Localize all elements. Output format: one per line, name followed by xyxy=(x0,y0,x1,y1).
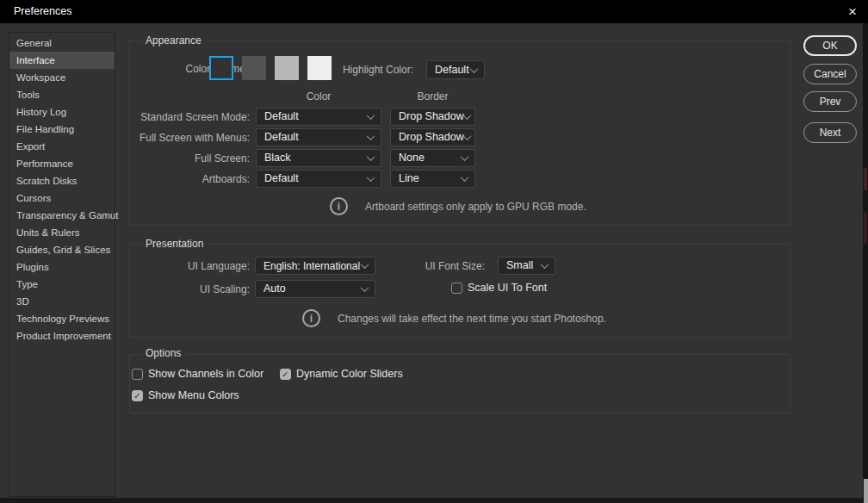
chevron-down-icon xyxy=(470,65,479,73)
ok-button[interactable]: OK xyxy=(803,35,857,56)
cancel-button[interactable]: Cancel xyxy=(803,64,857,84)
color-theme-swatch-dark[interactable] xyxy=(209,56,233,80)
standard-screen-mode-border-dropdown[interactable]: Drop Shadow xyxy=(390,108,475,126)
info-glyph: i xyxy=(338,201,340,213)
background-scrollbar[interactable] xyxy=(864,479,868,503)
dropdown-value: Default xyxy=(264,132,299,143)
close-icon[interactable]: × xyxy=(843,3,862,22)
background-app-strip xyxy=(863,0,868,503)
full-screen-with-menus-color-dropdown[interactable]: Default xyxy=(256,128,381,146)
dropdown-value: None xyxy=(399,152,425,164)
sidebar-item-workspace[interactable]: Workspace xyxy=(9,69,115,86)
full-screen-border-dropdown[interactable]: None xyxy=(390,149,475,167)
full-screen-with-menus-label: Full Screen with Menus: xyxy=(112,131,250,145)
ui-language-label: UI Language: xyxy=(112,259,250,273)
show-channels-in-color-checkbox[interactable]: ✓ xyxy=(132,369,143,380)
sidebar-item-units-rulers[interactable]: Units & Rulers xyxy=(9,224,115,241)
highlight-color-label: Highlight Color: xyxy=(293,63,413,77)
chevron-down-icon xyxy=(367,132,375,140)
highlight-color-value: Default xyxy=(435,65,469,76)
color-theme-swatch-medium-dark[interactable] xyxy=(242,56,266,80)
dropdown-value: Default xyxy=(264,173,299,184)
show-menu-colors-checkbox[interactable]: ✓ xyxy=(132,390,143,401)
chevron-down-icon xyxy=(367,111,375,120)
sidebar-item-export[interactable]: Export xyxy=(9,138,115,155)
sidebar-item-scratch-disks[interactable]: Scratch Disks xyxy=(9,172,115,189)
sidebar-item-transparency-gamut[interactable]: Transparency & Gamut xyxy=(9,207,115,224)
chevron-down-icon xyxy=(461,152,469,161)
full-screen-label: Full Screen: xyxy=(112,152,250,165)
next-button[interactable]: Next xyxy=(803,122,857,143)
dynamic-color-sliders-checkbox[interactable]: ✓ xyxy=(280,369,291,380)
highlight-color-dropdown[interactable]: Default xyxy=(426,60,485,79)
full-screen-color-dropdown[interactable]: Black xyxy=(256,149,381,167)
info-glyph: i xyxy=(310,313,313,325)
chevron-down-icon xyxy=(367,152,375,161)
chevron-down-icon xyxy=(541,260,549,269)
full-screen-with-menus-border-dropdown[interactable]: Drop Shadow xyxy=(390,128,475,146)
scale-ui-to-font-label: Scale UI To Font xyxy=(468,282,547,295)
info-icon: i xyxy=(330,197,348,215)
sidebar-item-file-handling[interactable]: File Handling xyxy=(9,121,115,138)
chevron-down-icon xyxy=(461,173,469,182)
dropdown-value: Default xyxy=(264,111,299,122)
prev-button[interactable]: Prev xyxy=(803,91,857,112)
artboards-color-dropdown[interactable]: Default xyxy=(256,170,381,188)
titlebar xyxy=(0,0,868,23)
dropdown-value: Drop Shadow xyxy=(399,132,464,143)
dropdown-value: Black xyxy=(264,152,291,164)
dropdown-value: Line xyxy=(399,173,419,184)
options-group-title: Options xyxy=(140,348,186,359)
sidebar-item-3d[interactable]: 3D xyxy=(9,293,115,310)
scale-ui-to-font-checkbox[interactable]: ✓ xyxy=(451,283,462,294)
dropdown-value: English: International xyxy=(264,261,360,271)
sidebar-item-tools[interactable]: Tools xyxy=(9,86,115,103)
standard-screen-mode-color-dropdown[interactable]: Default xyxy=(256,108,381,126)
ui-font-size-dropdown[interactable]: Small xyxy=(498,257,555,275)
check-icon: ✓ xyxy=(133,392,140,401)
column-header-color: Color xyxy=(256,90,381,102)
presentation-group-title: Presentation xyxy=(140,239,208,250)
options-group xyxy=(129,354,790,413)
background-image-fragment xyxy=(864,213,867,244)
appearance-group-title: Appearance xyxy=(140,35,207,47)
show-menu-colors-label: Show Menu Colors xyxy=(148,389,239,402)
sidebar-item-technology-previews[interactable]: Technology Previews xyxy=(9,310,115,327)
artboard-note: Artboard settings only apply to GPU RGB … xyxy=(365,201,586,214)
chevron-down-icon xyxy=(367,173,375,182)
restart-note: Changes will take effect the next time y… xyxy=(338,313,606,326)
ui-font-size-label: UI Font Size: xyxy=(364,259,485,273)
artboards-border-dropdown[interactable]: Line xyxy=(390,170,475,188)
check-icon: ✓ xyxy=(282,370,288,379)
show-channels-in-color-label: Show Channels in Color xyxy=(148,368,264,381)
sidebar-item-performance[interactable]: Performance xyxy=(9,155,115,172)
dialog-title: Preferences xyxy=(14,0,71,23)
sidebar-item-cursors[interactable]: Cursors xyxy=(9,189,115,207)
chevron-down-icon xyxy=(361,283,369,292)
dropdown-value: Auto xyxy=(264,283,286,295)
sidebar-item-history-log[interactable]: History Log xyxy=(9,103,115,121)
dialog-bottom-edge xyxy=(0,498,863,503)
sidebar-item-type[interactable]: Type xyxy=(9,276,115,293)
ui-language-dropdown[interactable]: English: International xyxy=(255,257,375,275)
column-header-border: Border xyxy=(390,90,475,102)
info-icon: i xyxy=(302,309,320,327)
sidebar-item-guides-grid-slices[interactable]: Guides, Grid & Slices xyxy=(9,241,115,258)
artboards-label: Artboards: xyxy=(112,172,250,186)
dropdown-value: Drop Shadow xyxy=(399,111,464,122)
sidebar-item-plugins[interactable]: Plugins xyxy=(9,258,115,276)
ui-scaling-label: UI Scaling: xyxy=(112,283,250,296)
dynamic-color-sliders-label: Dynamic Color Sliders xyxy=(296,368,403,381)
sidebar-item-product-improvement[interactable]: Product Improvement xyxy=(9,327,115,345)
standard-screen-mode-label: Standard Screen Mode: xyxy=(112,110,250,124)
sidebar-item-interface[interactable]: Interface xyxy=(9,52,115,69)
dropdown-value: Small xyxy=(506,260,533,271)
sidebar-item-general[interactable]: General xyxy=(9,34,115,52)
ui-scaling-dropdown[interactable]: Auto xyxy=(255,280,375,298)
background-image-fragment xyxy=(864,168,867,190)
